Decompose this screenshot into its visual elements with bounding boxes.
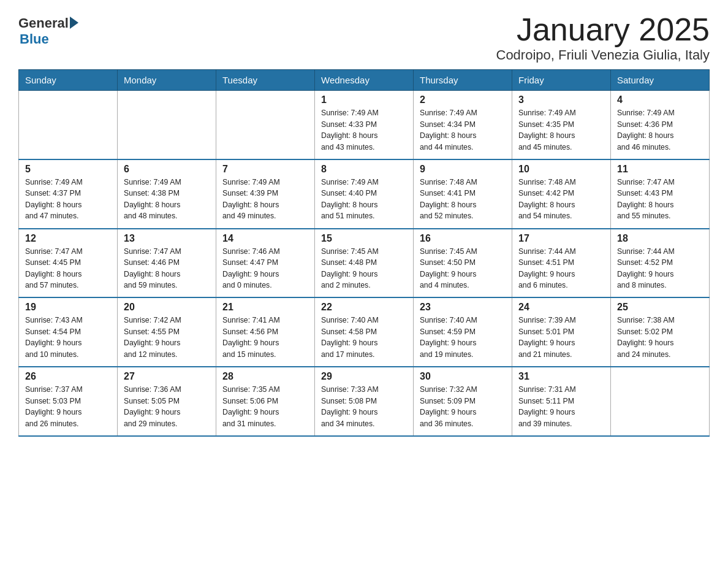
calendar-cell: 17Sunrise: 7:44 AMSunset: 4:51 PMDayligh…	[512, 229, 611, 298]
calendar-cell: 5Sunrise: 7:49 AMSunset: 4:37 PMDaylight…	[19, 159, 118, 229]
calendar-cell: 2Sunrise: 7:49 AMSunset: 4:34 PMDaylight…	[414, 91, 512, 159]
logo: General Blue	[18, 15, 78, 47]
day-info: Sunrise: 7:43 AMSunset: 4:54 PMDaylight:…	[25, 315, 111, 360]
day-number: 17	[518, 233, 604, 244]
day-number: 31	[518, 371, 604, 382]
day-info: Sunrise: 7:47 AMSunset: 4:43 PMDaylight:…	[617, 177, 703, 222]
day-number: 28	[222, 371, 308, 382]
day-number: 12	[25, 233, 111, 244]
calendar-cell: 25Sunrise: 7:38 AMSunset: 5:02 PMDayligh…	[611, 297, 710, 367]
day-info: Sunrise: 7:44 AMSunset: 4:52 PMDaylight:…	[617, 246, 703, 291]
calendar-cell: 1Sunrise: 7:49 AMSunset: 4:33 PMDaylight…	[315, 91, 414, 159]
day-info: Sunrise: 7:38 AMSunset: 5:02 PMDaylight:…	[617, 315, 703, 360]
day-info: Sunrise: 7:41 AMSunset: 4:56 PMDaylight:…	[222, 315, 308, 360]
day-number: 19	[25, 302, 111, 313]
calendar-subtitle: Codroipo, Friuli Venezia Giulia, Italy	[496, 47, 710, 63]
day-number: 20	[124, 302, 210, 313]
day-info: Sunrise: 7:49 AMSunset: 4:33 PMDaylight:…	[321, 107, 407, 153]
day-number: 16	[420, 233, 506, 244]
calendar-table: SundayMondayTuesdayWednesdayThursdayFrid…	[18, 69, 710, 437]
day-number: 6	[124, 164, 210, 175]
day-info: Sunrise: 7:48 AMSunset: 4:41 PMDaylight:…	[420, 177, 506, 222]
day-of-week-header: Sunday	[19, 70, 118, 91]
day-info: Sunrise: 7:31 AMSunset: 5:11 PMDaylight:…	[518, 384, 604, 429]
calendar-cell: 31Sunrise: 7:31 AMSunset: 5:11 PMDayligh…	[512, 367, 611, 436]
calendar-cell	[611, 367, 710, 436]
calendar-cell: 10Sunrise: 7:48 AMSunset: 4:42 PMDayligh…	[512, 159, 611, 229]
calendar-week-row: 19Sunrise: 7:43 AMSunset: 4:54 PMDayligh…	[19, 297, 710, 367]
day-info: Sunrise: 7:47 AMSunset: 4:46 PMDaylight:…	[124, 246, 210, 291]
day-info: Sunrise: 7:44 AMSunset: 4:51 PMDaylight:…	[518, 246, 604, 291]
calendar-title: January 2025	[496, 12, 710, 47]
calendar-cell: 19Sunrise: 7:43 AMSunset: 4:54 PMDayligh…	[19, 297, 118, 367]
calendar-cell: 12Sunrise: 7:47 AMSunset: 4:45 PMDayligh…	[19, 229, 118, 298]
calendar-cell: 23Sunrise: 7:40 AMSunset: 4:59 PMDayligh…	[414, 297, 512, 367]
calendar-cell: 22Sunrise: 7:40 AMSunset: 4:58 PMDayligh…	[315, 297, 414, 367]
calendar-cell: 6Sunrise: 7:49 AMSunset: 4:38 PMDaylight…	[118, 159, 216, 229]
day-number: 11	[617, 164, 703, 175]
calendar-header-row: SundayMondayTuesdayWednesdayThursdayFrid…	[19, 70, 710, 91]
day-info: Sunrise: 7:36 AMSunset: 5:05 PMDaylight:…	[124, 384, 210, 429]
calendar-cell	[216, 91, 315, 159]
calendar-cell: 9Sunrise: 7:48 AMSunset: 4:41 PMDaylight…	[414, 159, 512, 229]
calendar-cell: 30Sunrise: 7:32 AMSunset: 5:09 PMDayligh…	[414, 367, 512, 436]
calendar-cell: 14Sunrise: 7:46 AMSunset: 4:47 PMDayligh…	[216, 229, 315, 298]
day-info: Sunrise: 7:49 AMSunset: 4:40 PMDaylight:…	[321, 177, 407, 222]
day-number: 8	[321, 164, 407, 175]
calendar-cell: 24Sunrise: 7:39 AMSunset: 5:01 PMDayligh…	[512, 297, 611, 367]
calendar-cell: 16Sunrise: 7:45 AMSunset: 4:50 PMDayligh…	[414, 229, 512, 298]
calendar-cell: 11Sunrise: 7:47 AMSunset: 4:43 PMDayligh…	[611, 159, 710, 229]
logo-blue-text: Blue	[20, 31, 78, 47]
logo-arrow-icon	[70, 17, 78, 29]
calendar-cell: 4Sunrise: 7:49 AMSunset: 4:36 PMDaylight…	[611, 91, 710, 159]
day-number: 9	[420, 164, 506, 175]
day-number: 15	[321, 233, 407, 244]
day-number: 29	[321, 371, 407, 382]
day-of-week-header: Friday	[512, 70, 611, 91]
day-of-week-header: Thursday	[414, 70, 512, 91]
title-block: January 2025 Codroipo, Friuli Venezia Gi…	[496, 12, 710, 63]
day-number: 10	[518, 164, 604, 175]
day-info: Sunrise: 7:45 AMSunset: 4:50 PMDaylight:…	[420, 246, 506, 291]
calendar-cell: 20Sunrise: 7:42 AMSunset: 4:55 PMDayligh…	[118, 297, 216, 367]
day-number: 7	[222, 164, 308, 175]
day-info: Sunrise: 7:40 AMSunset: 4:59 PMDaylight:…	[420, 315, 506, 360]
day-info: Sunrise: 7:37 AMSunset: 5:03 PMDaylight:…	[25, 384, 111, 429]
day-info: Sunrise: 7:49 AMSunset: 4:38 PMDaylight:…	[124, 177, 210, 222]
day-number: 5	[25, 164, 111, 175]
day-of-week-header: Tuesday	[216, 70, 315, 91]
calendar-cell: 8Sunrise: 7:49 AMSunset: 4:40 PMDaylight…	[315, 159, 414, 229]
day-info: Sunrise: 7:48 AMSunset: 4:42 PMDaylight:…	[518, 177, 604, 222]
day-info: Sunrise: 7:42 AMSunset: 4:55 PMDaylight:…	[124, 315, 210, 360]
day-number: 1	[321, 94, 407, 105]
day-info: Sunrise: 7:49 AMSunset: 4:36 PMDaylight:…	[617, 107, 703, 153]
day-info: Sunrise: 7:47 AMSunset: 4:45 PMDaylight:…	[25, 246, 111, 291]
day-info: Sunrise: 7:45 AMSunset: 4:48 PMDaylight:…	[321, 246, 407, 291]
day-number: 26	[25, 371, 111, 382]
calendar-cell: 21Sunrise: 7:41 AMSunset: 4:56 PMDayligh…	[216, 297, 315, 367]
day-of-week-header: Monday	[118, 70, 216, 91]
page-header: General Blue January 2025 Codroipo, Friu…	[18, 12, 710, 63]
calendar-cell: 29Sunrise: 7:33 AMSunset: 5:08 PMDayligh…	[315, 367, 414, 436]
calendar-week-row: 26Sunrise: 7:37 AMSunset: 5:03 PMDayligh…	[19, 367, 710, 436]
day-info: Sunrise: 7:32 AMSunset: 5:09 PMDaylight:…	[420, 384, 506, 429]
calendar-cell: 3Sunrise: 7:49 AMSunset: 4:35 PMDaylight…	[512, 91, 611, 159]
calendar-cell: 28Sunrise: 7:35 AMSunset: 5:06 PMDayligh…	[216, 367, 315, 436]
calendar-cell: 13Sunrise: 7:47 AMSunset: 4:46 PMDayligh…	[118, 229, 216, 298]
logo-general-text: General	[18, 15, 69, 31]
day-info: Sunrise: 7:35 AMSunset: 5:06 PMDaylight:…	[222, 384, 308, 429]
day-of-week-header: Saturday	[611, 70, 710, 91]
calendar-cell: 7Sunrise: 7:49 AMSunset: 4:39 PMDaylight…	[216, 159, 315, 229]
day-info: Sunrise: 7:46 AMSunset: 4:47 PMDaylight:…	[222, 246, 308, 291]
day-number: 13	[124, 233, 210, 244]
calendar-cell: 26Sunrise: 7:37 AMSunset: 5:03 PMDayligh…	[19, 367, 118, 436]
calendar-week-row: 5Sunrise: 7:49 AMSunset: 4:37 PMDaylight…	[19, 159, 710, 229]
day-number: 4	[617, 94, 703, 105]
day-number: 2	[420, 94, 506, 105]
day-number: 27	[124, 371, 210, 382]
calendar-cell: 15Sunrise: 7:45 AMSunset: 4:48 PMDayligh…	[315, 229, 414, 298]
day-number: 3	[518, 94, 604, 105]
calendar-cell: 27Sunrise: 7:36 AMSunset: 5:05 PMDayligh…	[118, 367, 216, 436]
day-info: Sunrise: 7:33 AMSunset: 5:08 PMDaylight:…	[321, 384, 407, 429]
day-number: 24	[518, 302, 604, 313]
